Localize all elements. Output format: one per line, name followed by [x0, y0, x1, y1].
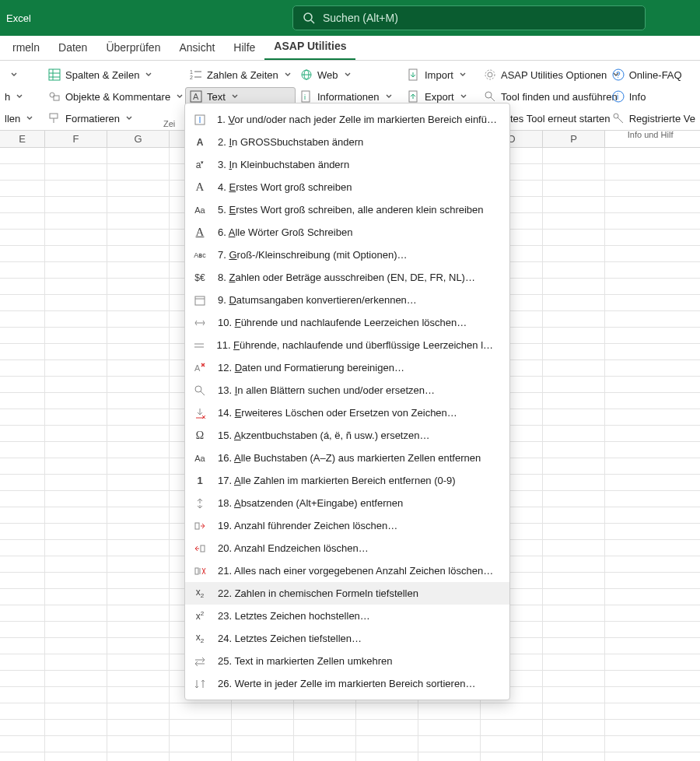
- search-box[interactable]: Suchen (Alt+M): [292, 5, 646, 30]
- cell[interactable]: [543, 687, 605, 703]
- cell[interactable]: [294, 703, 356, 719]
- menu-item[interactable]: x224. Letztes Zeichen tiefstellen…: [185, 627, 509, 650]
- cell[interactable]: [543, 360, 605, 376]
- cell[interactable]: [543, 654, 605, 670]
- cell[interactable]: [107, 377, 170, 392]
- menu-item[interactable]: Aa5. Erstes Wort groß schreiben, alle an…: [185, 198, 509, 221]
- cell[interactable]: [543, 720, 605, 735]
- menu-item[interactable]: 14. Erweiteres Löschen oder Ersetzen von…: [185, 402, 509, 424]
- tab-daten[interactable]: Daten: [49, 37, 96, 60]
- cell[interactable]: [45, 703, 107, 719]
- cell[interactable]: [0, 491, 45, 507]
- cell[interactable]: [107, 573, 170, 588]
- cell[interactable]: [45, 295, 107, 310]
- cell[interactable]: [294, 720, 356, 735]
- menu-item[interactable]: 117. Alle Zahlen im markierten Bereich e…: [185, 469, 509, 492]
- cell[interactable]: [0, 409, 45, 425]
- cell[interactable]: [0, 458, 45, 474]
- cell[interactable]: [0, 426, 45, 441]
- cell[interactable]: [107, 360, 170, 376]
- menu-item[interactable]: 19. Anzahl führender Zeichen löschen…: [185, 514, 509, 537]
- cell[interactable]: [170, 720, 232, 735]
- cell[interactable]: [543, 475, 605, 490]
- cell[interactable]: [107, 279, 170, 294]
- cell[interactable]: [170, 736, 232, 752]
- cell[interactable]: [543, 540, 605, 556]
- cell[interactable]: [45, 605, 107, 621]
- cell[interactable]: [0, 360, 45, 376]
- cell[interactable]: [107, 638, 170, 654]
- menu-item[interactable]: 1. Vor und/oder nach jeder Zelle im mark…: [185, 108, 509, 131]
- cell[interactable]: [0, 687, 45, 703]
- cell[interactable]: [543, 279, 605, 294]
- cell[interactable]: [0, 589, 45, 605]
- cell[interactable]: [107, 605, 170, 621]
- cell[interactable]: [0, 148, 45, 163]
- cell[interactable]: [107, 230, 170, 245]
- web-button[interactable]: Web: [296, 65, 397, 84]
- cell[interactable]: [45, 181, 107, 196]
- ribbon-cut-3[interactable]: llen: [0, 109, 37, 128]
- asap-options-button[interactable]: ASAP Utilities Optionen: [479, 65, 624, 84]
- menu-item[interactable]: x222. Zahlen in chemischen Formeln tiefs…: [185, 582, 509, 605]
- cell[interactable]: [45, 164, 107, 180]
- cell[interactable]: [543, 622, 605, 637]
- cell[interactable]: [45, 360, 107, 376]
- cell[interactable]: [107, 703, 170, 719]
- cell[interactable]: [107, 148, 170, 163]
- cell[interactable]: [0, 197, 45, 212]
- cell[interactable]: [107, 262, 170, 278]
- cell[interactable]: [45, 736, 107, 752]
- import-button[interactable]: Import: [403, 65, 471, 84]
- objects-comments-button[interactable]: Objekte & Kommentare: [44, 87, 187, 106]
- cell[interactable]: [543, 181, 605, 196]
- cell[interactable]: [0, 556, 45, 572]
- cell[interactable]: [543, 458, 605, 474]
- cell[interactable]: [45, 246, 107, 261]
- menu-item[interactable]: Ω15. Akzentbuchstaben (á, ë, ñ usw.) ers…: [185, 424, 509, 447]
- cell[interactable]: [0, 279, 45, 294]
- online-faq-button[interactable]: ? Online-FAQ: [607, 65, 700, 84]
- cell[interactable]: [45, 491, 107, 507]
- cell[interactable]: [0, 703, 45, 719]
- cell[interactable]: [0, 311, 45, 327]
- cell[interactable]: [45, 622, 107, 637]
- cell[interactable]: [543, 295, 605, 310]
- cell[interactable]: [170, 752, 232, 761]
- cell[interactable]: [481, 736, 543, 752]
- cell[interactable]: [543, 426, 605, 441]
- cell[interactable]: [481, 752, 543, 761]
- cell[interactable]: [0, 540, 45, 556]
- cell[interactable]: [45, 311, 107, 327]
- cell[interactable]: [0, 671, 45, 686]
- cell[interactable]: [45, 344, 107, 359]
- cell[interactable]: [543, 311, 605, 327]
- cell[interactable]: [481, 703, 543, 719]
- cell[interactable]: [107, 164, 170, 180]
- cell[interactable]: [107, 213, 170, 229]
- menu-item[interactable]: A4. Erstes Wort groß schreiben: [185, 176, 509, 198]
- cell[interactable]: [45, 638, 107, 654]
- cell[interactable]: [0, 605, 45, 621]
- cell[interactable]: [45, 507, 107, 523]
- tab-rmeln[interactable]: rmeln: [3, 37, 49, 60]
- cell[interactable]: [481, 720, 543, 735]
- menu-item[interactable]: 26. Werte in jeder Zelle im markierten B…: [185, 672, 509, 695]
- cell[interactable]: [107, 344, 170, 359]
- cell[interactable]: [0, 654, 45, 670]
- cell[interactable]: [543, 409, 605, 425]
- cell[interactable]: [543, 213, 605, 229]
- cell[interactable]: [0, 377, 45, 392]
- cell[interactable]: [0, 393, 45, 409]
- cell[interactable]: [543, 491, 605, 507]
- menu-item[interactable]: 11. Führende, nachlaufende und überflüss…: [185, 334, 509, 356]
- cell[interactable]: [0, 720, 45, 735]
- menu-item[interactable]: 21. Alles nach einer vorgegebenen Anzahl…: [185, 559, 509, 582]
- cell[interactable]: [45, 654, 107, 670]
- cell[interactable]: [543, 638, 605, 654]
- cell[interactable]: [107, 720, 170, 735]
- cell[interactable]: [45, 328, 107, 343]
- cell[interactable]: [356, 752, 418, 761]
- cell[interactable]: [543, 164, 605, 180]
- info-button[interactable]: i Info: [607, 87, 700, 106]
